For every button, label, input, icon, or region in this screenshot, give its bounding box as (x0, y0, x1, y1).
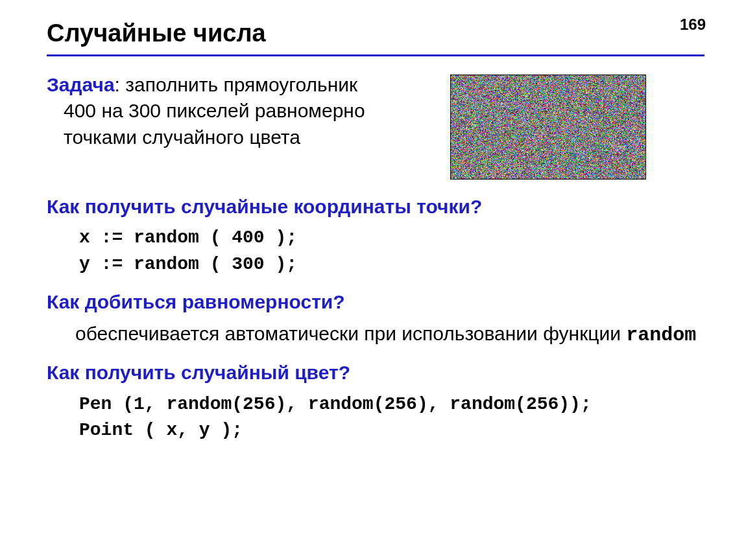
page-number: 169 (680, 16, 706, 34)
content: Задача: заполнить прямоугольник 400 на 3… (47, 72, 704, 444)
q3-code2: Point ( x, y ); (47, 417, 704, 444)
task-label: Задача (47, 74, 115, 95)
q1-code1: x := random ( 400 ); (47, 225, 704, 251)
q1-heading: Как получить случайные координаты точки? (47, 194, 704, 220)
q2-heading: Как добиться равномерности? (47, 289, 704, 316)
q2-answer-text: обеспечивается автоматически при использ… (75, 323, 626, 344)
task-row: Задача: заполнить прямоугольник 400 на 3… (47, 72, 704, 180)
q3-heading: Как получить случайный цвет? (47, 360, 704, 386)
noise-canvas (451, 75, 645, 179)
task-rest: 400 на 300 пикселей равномерно точками с… (47, 98, 429, 150)
q3-code1: Pen (1, random(256), random(256), random… (47, 391, 704, 418)
noise-image (450, 75, 646, 180)
task-text: Задача: заполнить прямоугольник 400 на 3… (47, 72, 429, 151)
q2-answer: обеспечивается автоматически при использ… (47, 321, 704, 349)
q2-answer-mono: random (626, 324, 696, 346)
task-line1: : заполнить прямоугольник (115, 74, 358, 95)
page-title: Случайные числа (47, 18, 704, 49)
title-rule (47, 54, 704, 56)
q1-code2: y := random ( 300 ); (47, 251, 704, 278)
slide: 169 Случайные числа Задача: заполнить пр… (0, 0, 746, 560)
